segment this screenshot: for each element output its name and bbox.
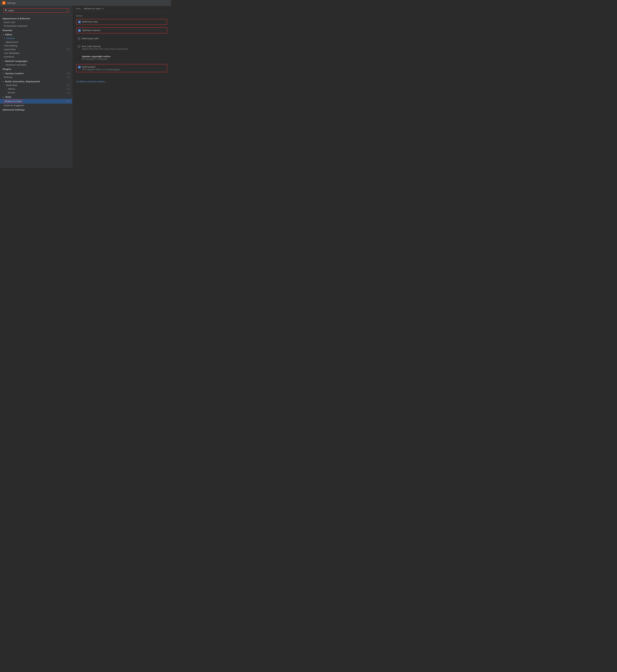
maven-tab-icon	[67, 88, 69, 90]
optimize-imports-label: Optimize imports	[82, 29, 100, 31]
build-tools-tab-icon	[67, 84, 69, 86]
sidebar-item-build-execution[interactable]: ∨ Build, Execution, Deployment	[0, 80, 72, 83]
option-optimize-imports: Optimize imports	[76, 27, 167, 33]
option-rearrange-code: Rearrange code	[76, 36, 167, 41]
editor-chevron-icon: ∨	[3, 34, 4, 35]
sidebar-item-version-control[interactable]: ∨ Version Control	[0, 72, 72, 75]
option-build-project: Build project Not triggered while runnin…	[76, 64, 167, 72]
content-area: Tools › Actions on Save ⊟ Action Reforma…	[72, 6, 171, 168]
build-project-label: Build project	[82, 66, 120, 68]
option-update-copyright: Update copyright notice No copyright is …	[76, 54, 167, 61]
actions-save-tab-icon	[67, 100, 69, 102]
sidebar-item-appearance[interactable]: Appearance	[0, 40, 72, 44]
run-code-cleanup-subtitle: Applies fixes from the code cleanup insp…	[82, 48, 128, 50]
breadcrumb-bar: Tools › Actions on Save ⊟	[72, 6, 171, 12]
maven-chevron-icon: ∨	[6, 88, 7, 90]
sidebar-item-natural-languages[interactable]: ∨ Natural Languages	[0, 59, 72, 63]
option-reformat-code: Reformat code	[76, 19, 167, 25]
search-input[interactable]	[8, 9, 65, 12]
breadcrumb-current: Actions on Save	[84, 7, 101, 10]
sidebar-item-code-editing[interactable]: Code Editing	[0, 44, 72, 47]
perforce-tab-icon	[67, 76, 69, 78]
app-icon: IJ	[2, 1, 5, 4]
version-control-tab-icon	[67, 73, 69, 74]
sidebar-item-advanced-settings[interactable]: Advanced Settings	[0, 108, 72, 112]
breadcrumb-icon: ⊟	[102, 8, 104, 10]
sidebar-item-quick-lists[interactable]: Quick Lists	[0, 20, 72, 24]
section-label: Action	[76, 15, 167, 17]
general-chevron-icon: ∨	[4, 37, 5, 39]
run-code-cleanup-checkbox[interactable]	[78, 45, 80, 48]
content-body: Action Reformat code Optimize imports R	[72, 12, 171, 168]
sidebar-item-plugins[interactable]: Plugins	[0, 67, 72, 71]
breadcrumb-separator: ›	[82, 7, 83, 10]
sidebar-item-features-suggester[interactable]: Features Suggester	[0, 103, 72, 107]
option-run-code-cleanup: Run code cleanup Applies fixes from the …	[76, 44, 167, 51]
rearrange-code-label: Rearrange code	[82, 37, 98, 40]
reformat-code-checkbox[interactable]	[78, 21, 81, 23]
sidebar-item-presentation-assistant[interactable]: Presentation Assistant	[0, 24, 72, 28]
sidebar-item-intentions[interactable]: Intentions	[0, 55, 72, 59]
title-bar: IJ Settings	[0, 0, 171, 6]
breadcrumb-parent: Tools	[75, 7, 81, 10]
sidebar-item-runner[interactable]: Runner	[0, 91, 72, 94]
tools-chevron-icon: ∨	[3, 96, 4, 98]
nav-tree: Appearance & Behavior Quick Lists Presen…	[0, 15, 72, 168]
build-project-checkbox[interactable]	[78, 66, 81, 68]
update-copyright-label: Update copyright notice	[82, 55, 111, 58]
main-layout: 🔍 ✕ Appearance & Behavior Quick Lists Pr…	[0, 6, 171, 168]
run-code-cleanup-label: Run code cleanup	[82, 45, 128, 47]
sidebar-item-live-templates[interactable]: Live Templates	[0, 51, 72, 55]
sidebar-item-inspections[interactable]: Inspections	[0, 47, 72, 51]
configure-autosave-link[interactable]: Configure autosave options...	[76, 80, 107, 83]
runner-tab-icon	[67, 92, 69, 93]
build-chevron-icon: ∨	[3, 81, 4, 82]
sidebar-item-maven[interactable]: ∨ Maven	[0, 87, 72, 91]
sidebar-item-general[interactable]: ∨ General	[0, 36, 72, 40]
natural-lang-chevron-icon: ∨	[3, 60, 4, 62]
inspections-tab-icon	[67, 49, 69, 50]
reformat-code-label: Reformat code	[82, 21, 97, 23]
optimize-imports-checkbox[interactable]	[78, 29, 81, 32]
sidebar-item-tools-section[interactable]: ∨ Tools	[0, 95, 72, 99]
search-box[interactable]: 🔍 ✕	[3, 8, 69, 13]
sidebar-item-perforce[interactable]: Perforce	[0, 75, 72, 79]
build-tools-chevron-icon: ∨	[4, 84, 5, 86]
sidebar-item-editor[interactable]: ∨ Editor	[0, 33, 72, 36]
sidebar-item-build-tools[interactable]: ∨ Build Tools	[0, 83, 72, 87]
title-text: Settings	[7, 2, 16, 4]
sidebar-item-grammar-style[interactable]: Grammar and Style	[0, 63, 72, 67]
sidebar-item-appearance-behavior[interactable]: Appearance & Behavior	[0, 17, 72, 20]
rearrange-code-checkbox[interactable]	[78, 37, 80, 40]
update-copyright-subtitle: No copyright is configured	[82, 58, 111, 60]
search-icon: 🔍	[5, 9, 7, 12]
version-control-chevron-icon: ∨	[3, 73, 4, 74]
search-clear-icon[interactable]: ✕	[66, 9, 67, 12]
build-project-subtitle: Not triggered while running/debugging	[82, 68, 120, 71]
sidebar-item-actions-on-save[interactable]: Actions on Save	[0, 99, 72, 103]
sidebar: 🔍 ✕ Appearance & Behavior Quick Lists Pr…	[0, 6, 72, 168]
sidebar-item-keymap[interactable]: Keymap	[0, 28, 72, 32]
